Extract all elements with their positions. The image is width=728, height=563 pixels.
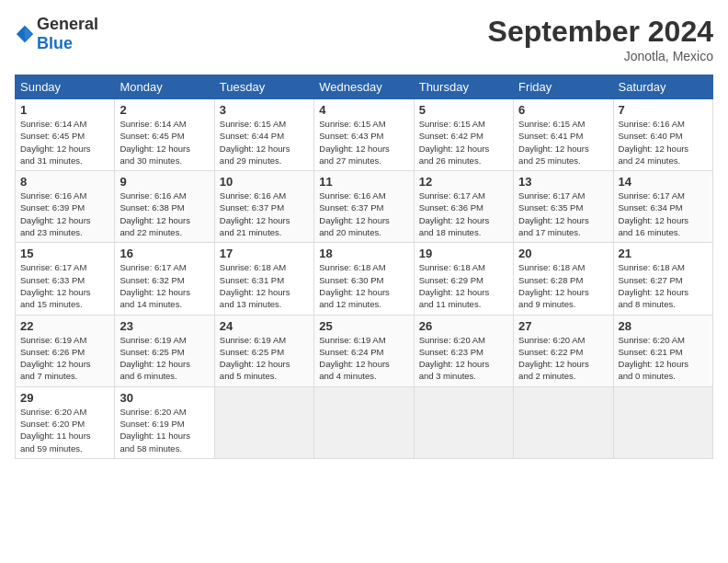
calendar-cell <box>214 386 313 458</box>
col-monday: Monday <box>115 75 214 99</box>
day-info: Sunrise: 6:15 AMSunset: 6:42 PMDaylight:… <box>419 118 508 167</box>
day-info: Sunrise: 6:15 AMSunset: 6:44 PMDaylight:… <box>220 118 309 167</box>
day-info: Sunrise: 6:16 AMSunset: 6:38 PMDaylight:… <box>119 190 209 238</box>
day-info: Sunrise: 6:18 AMSunset: 6:27 PMDaylight:… <box>619 261 708 310</box>
calendar-cell: 10Sunrise: 6:16 AMSunset: 6:37 PMDayligh… <box>214 171 313 243</box>
calendar-cell: 14Sunrise: 6:17 AMSunset: 6:34 PMDayligh… <box>613 171 712 243</box>
location: Jonotla, Mexico <box>488 49 713 63</box>
calendar-cell: 25Sunrise: 6:19 AMSunset: 6:24 PMDayligh… <box>314 315 414 386</box>
day-number: 1 <box>20 103 109 117</box>
day-number: 3 <box>220 103 309 117</box>
day-number: 10 <box>220 175 309 189</box>
main-container: General Blue September 2024 Jonotla, Mex… <box>0 0 728 466</box>
day-number: 30 <box>119 391 209 405</box>
calendar-cell: 29Sunrise: 6:20 AMSunset: 6:20 PMDayligh… <box>16 386 115 458</box>
calendar-cell: 21Sunrise: 6:18 AMSunset: 6:27 PMDayligh… <box>613 243 712 315</box>
calendar-cell: 7Sunrise: 6:16 AMSunset: 6:40 PMDaylight… <box>613 99 712 171</box>
calendar-row-4: 22Sunrise: 6:19 AMSunset: 6:26 PMDayligh… <box>16 315 713 386</box>
calendar-cell <box>613 386 712 458</box>
header: General Blue September 2024 Jonotla, Mex… <box>15 15 713 63</box>
day-number: 16 <box>119 247 209 260</box>
day-info: Sunrise: 6:18 AMSunset: 6:31 PMDaylight:… <box>220 261 309 310</box>
day-number: 20 <box>518 247 608 260</box>
calendar-cell: 13Sunrise: 6:17 AMSunset: 6:35 PMDayligh… <box>514 171 613 243</box>
calendar-cell: 17Sunrise: 6:18 AMSunset: 6:31 PMDayligh… <box>214 243 313 315</box>
day-number: 7 <box>619 103 708 117</box>
day-info: Sunrise: 6:16 AMSunset: 6:40 PMDaylight:… <box>619 118 708 167</box>
day-info: Sunrise: 6:18 AMSunset: 6:29 PMDaylight:… <box>419 261 508 310</box>
day-info: Sunrise: 6:16 AMSunset: 6:37 PMDaylight:… <box>220 190 309 238</box>
calendar-cell: 9Sunrise: 6:16 AMSunset: 6:38 PMDaylight… <box>115 171 214 243</box>
col-friday: Friday <box>514 75 613 99</box>
day-number: 9 <box>119 175 209 189</box>
day-number: 13 <box>518 175 608 189</box>
day-number: 2 <box>119 103 209 117</box>
day-info: Sunrise: 6:16 AMSunset: 6:39 PMDaylight:… <box>20 190 109 238</box>
day-info: Sunrise: 6:15 AMSunset: 6:43 PMDaylight:… <box>319 118 408 167</box>
calendar-cell: 15Sunrise: 6:17 AMSunset: 6:33 PMDayligh… <box>16 243 115 315</box>
calendar-cell: 12Sunrise: 6:17 AMSunset: 6:36 PMDayligh… <box>414 171 513 243</box>
logo: General Blue <box>15 15 98 53</box>
day-info: Sunrise: 6:17 AMSunset: 6:36 PMDaylight:… <box>419 190 508 238</box>
day-info: Sunrise: 6:20 AMSunset: 6:20 PMDaylight:… <box>20 406 109 454</box>
day-info: Sunrise: 6:17 AMSunset: 6:34 PMDaylight:… <box>619 190 708 238</box>
day-info: Sunrise: 6:18 AMSunset: 6:28 PMDaylight:… <box>518 261 608 310</box>
calendar-cell <box>514 386 613 458</box>
day-info: Sunrise: 6:17 AMSunset: 6:33 PMDaylight:… <box>20 261 109 310</box>
col-thursday: Thursday <box>414 75 513 99</box>
calendar-cell: 30Sunrise: 6:20 AMSunset: 6:19 PMDayligh… <box>115 386 214 458</box>
logo-general-text: General <box>37 15 98 33</box>
day-number: 29 <box>20 391 109 405</box>
calendar-row-5: 29Sunrise: 6:20 AMSunset: 6:20 PMDayligh… <box>16 386 713 458</box>
month-title: September 2024 <box>488 15 713 49</box>
calendar-cell: 1Sunrise: 6:14 AMSunset: 6:45 PMDaylight… <box>16 99 115 171</box>
day-number: 4 <box>319 103 408 117</box>
day-number: 5 <box>419 103 508 117</box>
calendar-cell: 24Sunrise: 6:19 AMSunset: 6:25 PMDayligh… <box>214 315 313 386</box>
day-info: Sunrise: 6:19 AMSunset: 6:25 PMDaylight:… <box>220 334 309 383</box>
calendar-cell: 27Sunrise: 6:20 AMSunset: 6:22 PMDayligh… <box>514 315 613 386</box>
calendar-cell: 23Sunrise: 6:19 AMSunset: 6:25 PMDayligh… <box>115 315 214 386</box>
day-number: 23 <box>119 319 209 333</box>
calendar-cell: 26Sunrise: 6:20 AMSunset: 6:23 PMDayligh… <box>414 315 513 386</box>
col-saturday: Saturday <box>613 75 712 99</box>
col-tuesday: Tuesday <box>214 75 313 99</box>
day-number: 18 <box>319 247 408 260</box>
calendar-cell: 20Sunrise: 6:18 AMSunset: 6:28 PMDayligh… <box>514 243 613 315</box>
logo-blue-text: Blue <box>37 34 73 52</box>
day-info: Sunrise: 6:15 AMSunset: 6:41 PMDaylight:… <box>518 118 608 167</box>
day-info: Sunrise: 6:16 AMSunset: 6:37 PMDaylight:… <box>319 190 408 238</box>
day-number: 19 <box>419 247 508 260</box>
calendar-table: Sunday Monday Tuesday Wednesday Thursday… <box>15 75 713 459</box>
calendar-cell <box>314 386 414 458</box>
calendar-cell: 11Sunrise: 6:16 AMSunset: 6:37 PMDayligh… <box>314 171 414 243</box>
day-info: Sunrise: 6:17 AMSunset: 6:35 PMDaylight:… <box>518 190 608 238</box>
day-number: 8 <box>20 175 109 189</box>
calendar-cell: 19Sunrise: 6:18 AMSunset: 6:29 PMDayligh… <box>414 243 513 315</box>
calendar-cell: 16Sunrise: 6:17 AMSunset: 6:32 PMDayligh… <box>115 243 214 315</box>
day-number: 27 <box>518 319 608 333</box>
day-number: 25 <box>319 319 408 333</box>
calendar-cell <box>414 386 513 458</box>
day-number: 12 <box>419 175 508 189</box>
day-number: 6 <box>518 103 608 117</box>
col-wednesday: Wednesday <box>314 75 414 99</box>
day-info: Sunrise: 6:17 AMSunset: 6:32 PMDaylight:… <box>119 261 209 310</box>
day-number: 17 <box>220 247 309 260</box>
col-sunday: Sunday <box>16 75 115 99</box>
day-info: Sunrise: 6:18 AMSunset: 6:30 PMDaylight:… <box>319 261 408 310</box>
logo-icon <box>15 24 35 44</box>
calendar-row-1: 1Sunrise: 6:14 AMSunset: 6:45 PMDaylight… <box>16 99 713 171</box>
day-info: Sunrise: 6:14 AMSunset: 6:45 PMDaylight:… <box>119 118 209 167</box>
day-number: 14 <box>619 175 708 189</box>
day-info: Sunrise: 6:19 AMSunset: 6:26 PMDaylight:… <box>20 334 109 383</box>
day-number: 11 <box>319 175 408 189</box>
day-info: Sunrise: 6:19 AMSunset: 6:25 PMDaylight:… <box>119 334 209 383</box>
day-info: Sunrise: 6:20 AMSunset: 6:22 PMDaylight:… <box>518 334 608 383</box>
title-section: September 2024 Jonotla, Mexico <box>488 15 713 63</box>
calendar-cell: 22Sunrise: 6:19 AMSunset: 6:26 PMDayligh… <box>16 315 115 386</box>
calendar-row-2: 8Sunrise: 6:16 AMSunset: 6:39 PMDaylight… <box>16 171 713 243</box>
calendar-cell: 6Sunrise: 6:15 AMSunset: 6:41 PMDaylight… <box>514 99 613 171</box>
day-info: Sunrise: 6:20 AMSunset: 6:19 PMDaylight:… <box>119 406 209 454</box>
day-number: 15 <box>20 247 109 260</box>
